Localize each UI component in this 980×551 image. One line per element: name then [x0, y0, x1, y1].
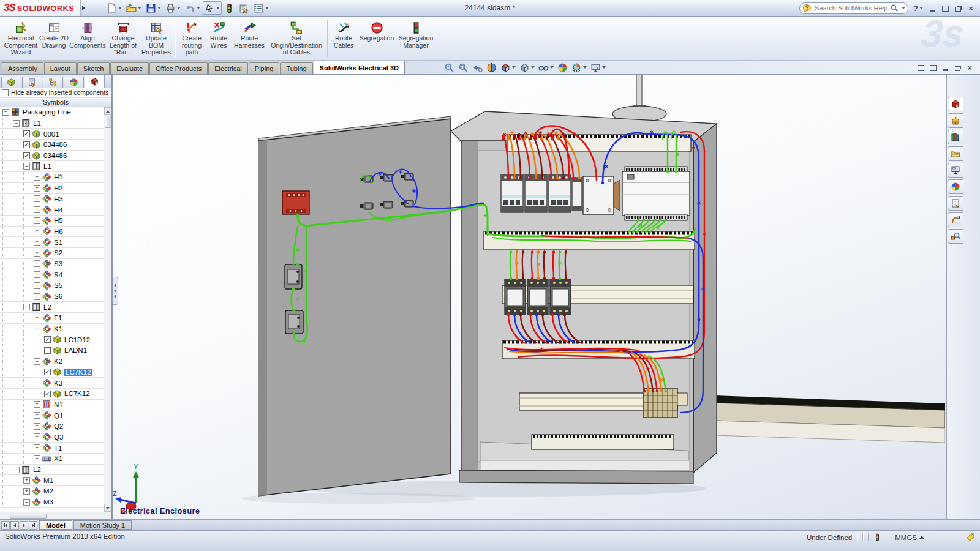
expander-plus[interactable]: +: [23, 477, 30, 484]
taskpane-routing-library-button[interactable]: [948, 212, 963, 227]
ribbon-button-set-origin-destination-of-cables[interactable]: Set Origin/Destination of Cables: [268, 19, 325, 57]
tree-item-lc7k12[interactable]: ✓LC7K12: [0, 367, 104, 378]
expander-plus[interactable]: +: [34, 401, 40, 408]
panel-tab-appearances[interactable]: [64, 77, 84, 88]
expander-plus[interactable]: +: [34, 444, 40, 451]
tree-item-l2[interactable]: −L2: [0, 302, 104, 313]
ribbon-button-electrical-component-wizard[interactable]: Electrical Component Wizard: [2, 19, 39, 57]
visibility-checkbox[interactable]: ✓: [44, 391, 51, 397]
panel-tab-structure[interactable]: [43, 77, 63, 88]
tab-solidworks-electrical-3d[interactable]: SolidWorks Electrical 3D: [314, 61, 405, 74]
ribbon-button-create-2d-drawing[interactable]: Create 2D Drawing: [39, 19, 69, 57]
tree-item-0001[interactable]: ✓0001: [0, 129, 104, 140]
scroll-up-button[interactable]: [104, 107, 112, 115]
tree-item-l2[interactable]: −L2: [0, 465, 104, 476]
first-tab-button[interactable]: [1, 521, 10, 530]
apply-scene-button[interactable]: [571, 61, 587, 73]
expander-plus[interactable]: +: [34, 174, 40, 181]
interference-check-button[interactable]: [222, 1, 236, 15]
expander-minus[interactable]: −: [34, 358, 40, 365]
expander-minus[interactable]: −: [13, 467, 20, 473]
tree-item-h4[interactable]: +H4: [0, 204, 104, 216]
middle-contactors[interactable]: [505, 279, 571, 315]
door-relay-component[interactable]: [282, 191, 309, 214]
ribbon-button-create-routing-path[interactable]: Create routing path: [177, 19, 206, 57]
expander-minus[interactable]: −: [23, 304, 30, 310]
expander-plus[interactable]: +: [34, 185, 40, 192]
expander-plus[interactable]: +: [34, 250, 40, 257]
tree-item-s3[interactable]: +S3: [0, 259, 104, 270]
expander-plus[interactable]: +: [34, 260, 40, 267]
tab-evaluate[interactable]: Evaluate: [110, 62, 149, 74]
panel-tab-properties[interactable]: [22, 77, 42, 88]
tree-item-k2[interactable]: −K2: [0, 356, 104, 367]
tree-hscrollbar[interactable]: [0, 512, 111, 519]
prev-tab-button[interactable]: [10, 521, 19, 530]
tab-tubing[interactable]: Tubing: [280, 62, 312, 74]
minimize-button[interactable]: [928, 4, 937, 12]
tree-item-n1[interactable]: +N1: [0, 400, 104, 411]
tree-item-m1[interactable]: +M1: [0, 475, 104, 486]
ribbon-button-route-wires[interactable]: Route Wires: [206, 19, 231, 57]
ribbon-button-change-length[interactable]: Change Length of "Rai…: [107, 19, 140, 57]
expander-minus[interactable]: −: [34, 380, 40, 386]
tree-item-m2[interactable]: +M2: [0, 486, 104, 497]
plc-module[interactable]: [622, 167, 690, 220]
scroll-thumb[interactable]: [105, 116, 111, 128]
panel-tab-electrical-manager[interactable]: [85, 75, 105, 88]
scroll-down-button[interactable]: [104, 504, 112, 512]
tree-item-x1[interactable]: +X1: [0, 454, 104, 465]
menu-expand-arrow[interactable]: [82, 6, 85, 10]
tree-item-s5[interactable]: +S5: [0, 280, 104, 291]
antenna-mast[interactable]: [612, 75, 666, 122]
expander-plus[interactable]: +: [34, 239, 40, 246]
undo-button[interactable]: [183, 1, 202, 15]
doc-minimize-button[interactable]: [941, 64, 949, 71]
print-button[interactable]: [164, 1, 183, 15]
visibility-checkbox[interactable]: ✓: [23, 130, 30, 137]
edit-appearance-button[interactable]: [557, 61, 568, 73]
tree-item-f1[interactable]: +F1: [0, 313, 104, 324]
expander-plus[interactable]: +: [23, 488, 30, 495]
taskpane-file-explorer-button[interactable]: [948, 146, 963, 161]
expander-plus[interactable]: +: [34, 412, 40, 419]
tree-item-034486[interactable]: ✓034486: [0, 151, 104, 162]
tree-item-h6[interactable]: +H6: [0, 227, 104, 238]
tree-item-s1[interactable]: +S1: [0, 237, 104, 248]
expander-plus[interactable]: +: [34, 271, 40, 278]
select-button[interactable]: [203, 1, 222, 15]
hide-inserted-checkbox[interactable]: [2, 89, 9, 96]
visibility-checkbox[interactable]: [44, 347, 51, 354]
tree-item-k3[interactable]: −K3: [0, 378, 104, 389]
door-switch-1[interactable]: [285, 264, 302, 289]
tree-item-q3[interactable]: +Q3: [0, 432, 104, 443]
expander-plus[interactable]: +: [34, 433, 40, 440]
options-button[interactable]: [252, 1, 271, 15]
cascade-button[interactable]: [954, 4, 962, 12]
expander-plus[interactable]: +: [34, 217, 40, 224]
view-settings-button[interactable]: [590, 61, 606, 73]
tree-item-q2[interactable]: +Q2: [0, 421, 104, 432]
hide-show-items-button[interactable]: [538, 61, 554, 73]
expander-minus[interactable]: −: [23, 499, 30, 506]
circuit-breakers[interactable]: [501, 174, 582, 212]
ribbon-button-segregation[interactable]: Segregation: [358, 19, 396, 57]
tab-layout[interactable]: Layout: [44, 62, 77, 74]
enclosure-door[interactable]: [258, 116, 451, 496]
tab-sketch[interactable]: Sketch: [77, 62, 110, 74]
tab-office-products[interactable]: Office Products: [149, 62, 208, 74]
help-search-input[interactable]: [813, 4, 888, 12]
3d-viewport-canvas[interactable]: Y Z: [113, 75, 945, 519]
ribbon-button-update-bom-properties[interactable]: Update BOM Properties: [140, 19, 173, 57]
doc-pane-right-icon[interactable]: [929, 64, 937, 71]
save-button[interactable]: [144, 1, 163, 15]
panel-tab-components[interactable]: [1, 77, 21, 88]
tree-item-s2[interactable]: +S2: [0, 248, 104, 259]
tree-item-q1[interactable]: +Q1: [0, 410, 104, 421]
taskpane-view-palette-button[interactable]: [948, 163, 963, 178]
restore-button[interactable]: [941, 4, 949, 12]
expander-plus[interactable]: +: [34, 282, 40, 289]
expander-plus[interactable]: +: [34, 315, 40, 321]
doc-pane-left-icon[interactable]: [916, 64, 925, 71]
tree-item-m3[interactable]: −M3: [0, 497, 104, 508]
